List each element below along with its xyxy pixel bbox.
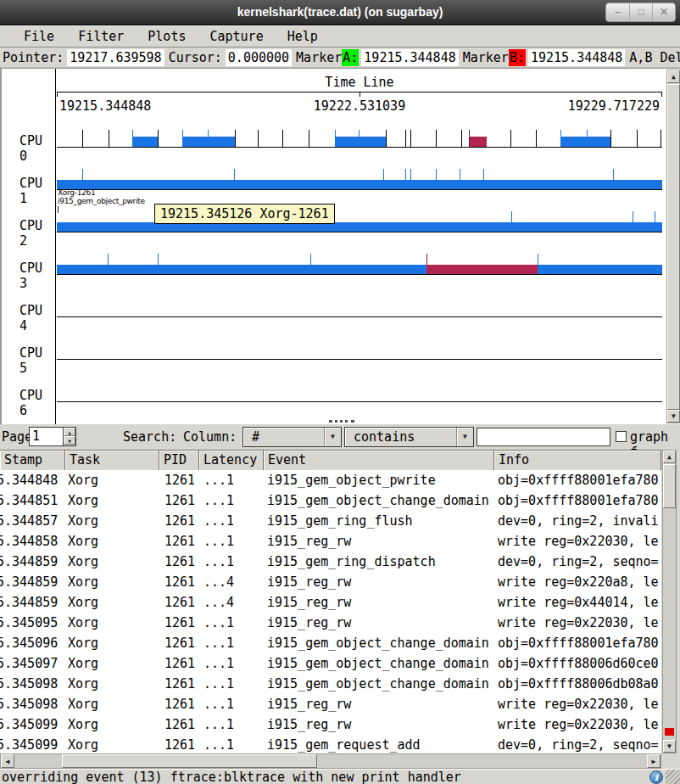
graph-scroll-up-icon[interactable]: ▲ xyxy=(667,70,680,83)
table-row[interactable]: 5.345099Xorg1261...1i915_gem_request_add… xyxy=(0,735,661,753)
event-tick[interactable] xyxy=(538,254,538,265)
task-run-bar[interactable] xyxy=(57,180,662,189)
event-tick[interactable] xyxy=(436,130,437,147)
event-tick[interactable] xyxy=(383,169,384,180)
event-tick[interactable] xyxy=(158,130,159,147)
table-row[interactable]: 5.344857Xorg1261...1i915_gem_ring_flushd… xyxy=(0,511,661,531)
event-tick[interactable] xyxy=(660,130,661,147)
table-row[interactable]: 5.344851Xorg1261...1i915_gem_object_chan… xyxy=(0,490,661,511)
event-tick[interactable] xyxy=(469,130,470,147)
column-header-pid[interactable]: PID xyxy=(159,451,199,471)
title-bar[interactable]: kernelshark(trace.dat) (on sugarbay) – □… xyxy=(0,0,680,25)
event-tick[interactable] xyxy=(426,254,427,265)
event-tick[interactable] xyxy=(158,254,159,265)
close-button[interactable]: ✕ xyxy=(652,3,675,21)
table-scroll-up-icon[interactable]: ▲ xyxy=(663,451,676,463)
event-tick[interactable] xyxy=(359,130,360,147)
table-row[interactable]: 5.344848Xorg1261...1i915_gem_object_pwri… xyxy=(0,470,661,490)
chevron-down-icon[interactable]: ▼ xyxy=(456,428,473,446)
table-horizontal-scrollbar[interactable]: ◀ ▶ xyxy=(0,753,661,769)
table-scroll-thumb[interactable] xyxy=(663,464,676,508)
event-tick[interactable] xyxy=(410,130,411,147)
event-tick[interactable] xyxy=(282,130,283,147)
maximize-button[interactable]: □ xyxy=(629,3,652,21)
graph-follows-checkbox[interactable] xyxy=(616,431,627,442)
event-tick[interactable] xyxy=(309,130,309,147)
event-tick[interactable] xyxy=(335,130,336,147)
event-tick[interactable] xyxy=(82,130,83,147)
table-row[interactable]: 5.345098Xorg1261...1i915_gem_object_chan… xyxy=(0,674,661,694)
event-tick[interactable] xyxy=(510,130,511,147)
column-header-info[interactable]: Info xyxy=(494,451,661,471)
column-header-stamp[interactable]: Stamp xyxy=(0,451,65,471)
task-run-bar[interactable] xyxy=(132,137,158,147)
graph-scroll-thumb[interactable] xyxy=(667,84,680,410)
event-tick[interactable] xyxy=(410,169,411,180)
event-tick[interactable] xyxy=(132,130,133,147)
menu-capture[interactable]: Capture xyxy=(209,29,263,44)
task-run-bar[interactable] xyxy=(538,265,662,274)
column-header-latency[interactable]: Latency xyxy=(199,451,264,471)
menu-filter[interactable]: Filter xyxy=(78,29,124,44)
menu-plots[interactable]: Plots xyxy=(148,29,186,44)
match-select[interactable]: contains ▼ xyxy=(344,427,474,447)
event-tick[interactable] xyxy=(536,130,537,147)
event-tick[interactable] xyxy=(108,254,109,265)
event-tick[interactable] xyxy=(655,211,655,222)
event-tick[interactable] xyxy=(182,130,183,147)
event-tick[interactable] xyxy=(235,130,236,147)
table-row[interactable]: 5.345098Xorg1261...1i915_reg_rwwrite reg… xyxy=(0,694,661,714)
table-vertical-scrollbar[interactable]: ▲ ▼ xyxy=(662,450,677,753)
column-select[interactable]: # ▼ xyxy=(242,427,342,447)
event-tick[interactable] xyxy=(386,130,387,147)
column-header-task[interactable]: Task xyxy=(65,451,159,471)
table-row[interactable]: 5.345096Xorg1261...1i915_gem_object_chan… xyxy=(0,633,661,653)
resize-grip-icon[interactable] xyxy=(666,770,680,784)
table-row[interactable]: 5.345097Xorg1261...1i915_gem_object_chan… xyxy=(0,653,661,674)
task-run-bar[interactable] xyxy=(182,137,235,147)
event-tick[interactable] xyxy=(258,130,259,147)
event-tick[interactable] xyxy=(637,130,638,147)
task-run-bar[interactable] xyxy=(335,137,386,147)
table-row[interactable]: 5.344858Xorg1261...1i915_reg_rwwrite reg… xyxy=(0,531,661,552)
spin-up-icon[interactable]: ▲ xyxy=(64,428,75,436)
scroll-right-icon[interactable]: ▶ xyxy=(647,754,660,768)
event-tick[interactable] xyxy=(208,130,209,147)
info-icon[interactable]: i xyxy=(649,770,663,784)
event-tick[interactable] xyxy=(310,254,311,265)
event-tick[interactable] xyxy=(405,169,406,180)
task-run-bar[interactable] xyxy=(57,265,426,274)
graph-scroll-down-icon[interactable]: ▼ xyxy=(667,410,680,423)
event-tick[interactable] xyxy=(436,169,437,180)
table-row[interactable]: 5.345099Xorg1261...1i915_reg_rwwrite reg… xyxy=(0,714,661,735)
event-tick[interactable] xyxy=(560,130,561,147)
event-tick[interactable] xyxy=(234,169,235,180)
table-row[interactable]: 5.344859Xorg1261...1i915_gem_ring_dispat… xyxy=(0,552,661,572)
table-scroll-down-icon[interactable]: ▼ xyxy=(663,740,676,753)
search-input[interactable] xyxy=(477,428,610,446)
event-tick[interactable] xyxy=(461,130,462,147)
event-tick[interactable] xyxy=(613,169,614,180)
hscroll-thumb[interactable] xyxy=(62,754,317,768)
page-spinner[interactable]: 1 ▲ ▼ xyxy=(29,427,76,446)
marked-region-bar[interactable] xyxy=(469,137,487,147)
table-row[interactable]: 5.345095Xorg1261...1i915_reg_rwwrite reg… xyxy=(0,613,661,633)
event-tick[interactable] xyxy=(633,211,633,222)
graph-vertical-scrollbar[interactable]: ▲ ▼ xyxy=(666,70,680,423)
event-tick[interactable] xyxy=(587,130,588,147)
scroll-left-icon[interactable]: ◀ xyxy=(1,754,14,768)
event-tick[interactable] xyxy=(610,130,611,147)
task-run-bar[interactable] xyxy=(560,137,610,147)
table-row[interactable]: 5.344859Xorg1261...4i915_reg_rwwrite reg… xyxy=(0,572,661,592)
graph-pane[interactable]: Time Line 19215.344848 19222.531039 1922… xyxy=(0,68,680,424)
menu-file[interactable]: File xyxy=(24,29,54,44)
table-row[interactable]: 5.344859Xorg1261...4i915_reg_rwwrite reg… xyxy=(0,592,661,613)
event-tick[interactable] xyxy=(483,169,484,180)
chevron-down-icon[interactable]: ▼ xyxy=(324,428,341,446)
event-tick[interactable] xyxy=(405,130,406,147)
menu-help[interactable]: Help xyxy=(287,29,318,44)
event-tick[interactable] xyxy=(82,169,83,180)
event-tick[interactable] xyxy=(109,130,109,147)
minimize-button[interactable]: – xyxy=(606,3,629,21)
column-header-event[interactable]: Event xyxy=(264,451,494,471)
